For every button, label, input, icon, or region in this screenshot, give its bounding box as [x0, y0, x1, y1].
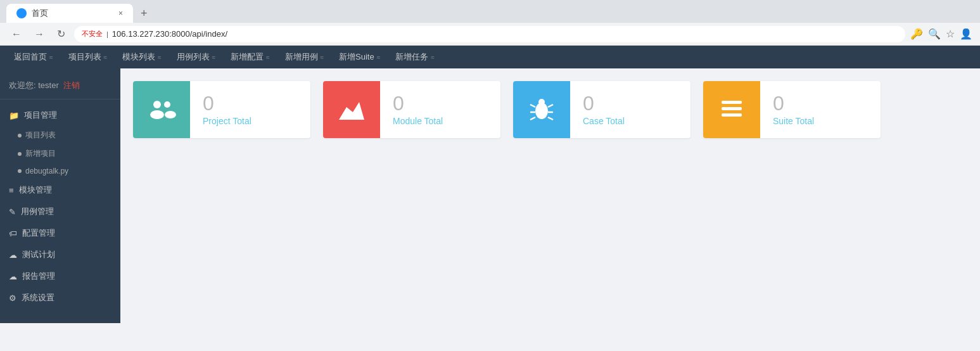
main-layout: 欢迎您: tester 注销 📁 项目管理 项目列表 新增项目 debugtal…: [0, 68, 980, 323]
app-wrapper: 返回首页 ≈ 项目列表 ≈ 模块列表 ≈ 用例列表 ≈ 新增配置 ≈ 新增用例 …: [0, 46, 980, 323]
project-total-card: 0 Project Total: [133, 81, 310, 138]
new-tab-button[interactable]: +: [136, 4, 153, 23]
svg-rect-14: [722, 101, 742, 104]
folder-icon: 📁: [9, 111, 19, 120]
settings-icon: ⚙: [9, 293, 16, 303]
nav-item-project-list[interactable]: 项目列表 ≈: [62, 49, 114, 65]
case-total-icon-box: [513, 81, 570, 138]
config-icon: 🏷: [9, 229, 17, 238]
plan-icon: ☁: [9, 250, 17, 260]
stats-row: 0 Project Total 0 Module Total: [133, 81, 967, 151]
close-tab-button[interactable]: ×: [118, 9, 123, 18]
project-total-icon-box: [133, 81, 190, 138]
suite-total-count: 0: [773, 93, 784, 113]
svg-line-12: [530, 117, 535, 120]
nav-item-case-list[interactable]: 用例列表 ≈: [170, 49, 222, 65]
nav-item-add-case[interactable]: 新增用例 ≈: [279, 49, 331, 65]
top-navigation: 返回首页 ≈ 项目列表 ≈ 模块列表 ≈ 用例列表 ≈ 新增配置 ≈ 新增用例 …: [0, 46, 980, 68]
sidebar-item-test-plan[interactable]: ☁ 测试计划: [0, 244, 120, 265]
svg-line-8: [530, 105, 535, 107]
active-tab[interactable]: 首页 ×: [6, 4, 133, 23]
address-bar-row: ← → ↻ 不安全 | 106.13.227.230:8000/api/inde…: [0, 23, 980, 46]
svg-line-9: [548, 105, 553, 107]
user-greeting: 欢迎您: tester: [9, 80, 59, 90]
module-total-card: 0 Module Total: [323, 81, 500, 138]
svg-marker-5: [339, 102, 364, 120]
module-total-info: 0 Module Total: [380, 87, 455, 132]
list-icon: [716, 94, 747, 125]
sidebar-subitem-add-project[interactable]: 新增项目: [0, 144, 120, 163]
sidebar-item-config-management[interactable]: 🏷 配置管理: [0, 222, 120, 244]
address-input[interactable]: 不安全 | 106.13.227.230:8000/api/index/: [74, 26, 905, 42]
sidebar-subitem-debugtalk[interactable]: debugtalk.py: [0, 163, 120, 179]
browser-right-icons: 🔑 🔍 ☆ 👤: [910, 28, 972, 40]
account-icon: 👤: [960, 28, 972, 40]
module-total-label: Module Total: [393, 116, 443, 126]
dot-icon: [18, 169, 22, 173]
svg-point-7: [538, 99, 545, 105]
sidebar-item-project-management[interactable]: 📁 项目管理: [0, 105, 120, 126]
sidebar-subitem-project-list[interactable]: 项目列表: [0, 126, 120, 144]
key-icon: 🔑: [910, 28, 923, 40]
sidebar-item-system-settings[interactable]: ⚙ 系统设置: [0, 287, 120, 309]
svg-point-0: [18, 10, 25, 16]
sidebar-item-case-management[interactable]: ✎ 用例管理: [0, 201, 120, 222]
users-icon: [146, 94, 177, 125]
tab-title: 首页: [32, 8, 48, 19]
case-icon: ✎: [9, 207, 16, 217]
svg-point-1: [153, 101, 161, 108]
sidebar-user-info: 欢迎您: tester 注销: [0, 75, 120, 99]
svg-line-13: [548, 117, 553, 120]
project-total-info: 0 Project Total: [190, 87, 264, 132]
bug-icon: [526, 94, 557, 125]
svg-point-3: [164, 101, 170, 108]
star-icon: ☆: [946, 28, 955, 40]
content-area: 0 Project Total 0 Module Total: [120, 68, 980, 323]
case-total-label: Case Total: [583, 116, 625, 126]
case-total-count: 0: [583, 93, 594, 113]
project-total-label: Project Total: [203, 116, 251, 126]
project-total-count: 0: [203, 93, 214, 113]
nav-item-add-suite[interactable]: 新增Suite ≈: [333, 49, 386, 65]
suite-total-info: 0 Suite Total: [760, 87, 827, 132]
chart-icon: [336, 94, 367, 125]
report-icon: ☁: [9, 272, 17, 281]
suite-total-icon-box: [703, 81, 760, 138]
suite-total-label: Suite Total: [773, 116, 814, 126]
sidebar: 欢迎您: tester 注销 📁 项目管理 项目列表 新增项目 debugtal…: [0, 68, 120, 323]
nav-item-add-config[interactable]: 新增配置 ≈: [224, 49, 276, 65]
nav-item-module-list[interactable]: 模块列表 ≈: [116, 49, 168, 65]
refresh-button[interactable]: ↻: [53, 27, 69, 41]
module-total-icon-box: [323, 81, 380, 138]
back-button[interactable]: ←: [8, 27, 25, 41]
svg-point-2: [150, 110, 164, 119]
module-icon: ≡: [9, 186, 14, 195]
svg-rect-16: [722, 113, 742, 117]
dot-icon: [18, 152, 22, 156]
dot-icon: [18, 134, 22, 137]
nav-item-home[interactable]: 返回首页 ≈: [8, 49, 60, 65]
nav-item-add-task[interactable]: 新增任务 ≈: [389, 49, 441, 65]
search-icon: 🔍: [928, 28, 941, 40]
case-total-card: 0 Case Total: [513, 81, 690, 138]
case-total-info: 0 Case Total: [570, 87, 637, 132]
svg-point-4: [165, 111, 176, 118]
tab-bar: 首页 × +: [0, 0, 980, 23]
svg-rect-15: [722, 107, 742, 110]
forward-button[interactable]: →: [30, 27, 48, 41]
insecure-label: 不安全: [82, 29, 103, 39]
logout-button[interactable]: 注销: [63, 80, 80, 90]
tab-favicon: [16, 8, 27, 18]
sidebar-item-module-management[interactable]: ≡ 模块管理: [0, 179, 120, 201]
module-total-count: 0: [393, 93, 404, 113]
sidebar-item-report-management[interactable]: ☁ 报告管理: [0, 265, 120, 287]
url-text: 106.13.227.230:8000/api/index/: [112, 29, 227, 39]
suite-total-card: 0 Suite Total: [703, 81, 881, 138]
